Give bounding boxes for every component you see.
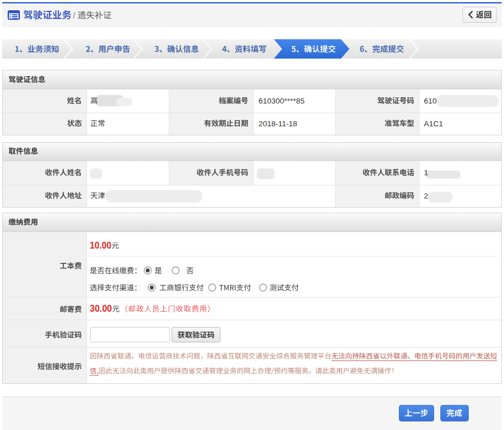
svg-text:1: 1	[424, 168, 428, 177]
svg-text:610300****85: 610300****85	[259, 97, 305, 105]
svg-text:A1C1: A1C1	[424, 119, 443, 128]
svg-text:2: 2	[424, 192, 428, 200]
svg-text:30.00: 30.00	[90, 304, 112, 313]
svg-text:10.00: 10.00	[90, 241, 111, 250]
svg-text:2018-11-18: 2018-11-18	[259, 119, 297, 128]
svg-text:610: 610	[424, 97, 437, 105]
svg-text:/: /	[73, 10, 76, 20]
